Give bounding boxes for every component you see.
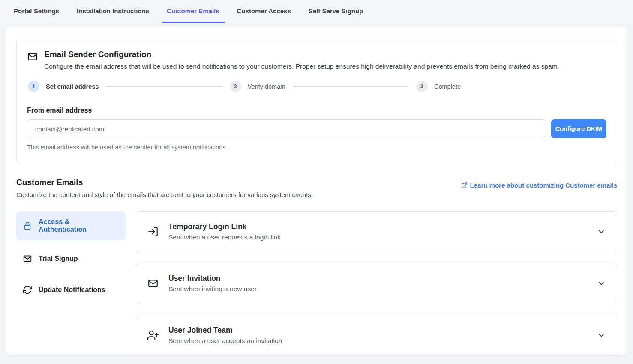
email-card-subtitle: Sent when a user requests a login link	[168, 233, 281, 241]
customer-emails-description: Customize the content and style of the e…	[16, 191, 617, 198]
chevron-down-icon[interactable]	[597, 279, 606, 288]
sidebar-item-label: Update Notifications	[39, 286, 105, 294]
step-label: Complete	[434, 83, 461, 90]
settings-tab-bar: Portal Settings Installation Instruction…	[0, 0, 633, 23]
stepper-connector	[106, 86, 222, 87]
mail-icon	[27, 51, 38, 62]
user-plus-icon	[147, 330, 159, 341]
sidebar-item-access-authentication[interactable]: Access & Authentication	[16, 211, 126, 240]
tab-customer-emails[interactable]: Customer Emails	[162, 0, 225, 23]
sidebar-item-trial-signup[interactable]: Trial Signup	[16, 248, 126, 270]
stepper-connector	[293, 86, 408, 87]
tab-self-serve-signup[interactable]: Self Serve Signup	[303, 0, 369, 23]
email-card-title: Temporary Login Link	[168, 222, 281, 231]
learn-more-link[interactable]: Learn more about customizing Customer em…	[461, 182, 617, 189]
mail-icon	[23, 254, 32, 263]
email-card-user-invitation[interactable]: User Invitation Sent when inviting a new…	[136, 263, 617, 304]
tab-installation-instructions[interactable]: Installation Instructions	[72, 0, 154, 23]
email-setup-stepper: 1 Set email address 2 Verify domain 3 Co…	[28, 81, 461, 92]
email-card-user-joined-team[interactable]: User Joined Team Sent when a user accept…	[136, 315, 617, 356]
tab-portal-settings[interactable]: Portal Settings	[9, 0, 64, 23]
email-template-list: Temporary Login Link Sent when a user re…	[136, 211, 617, 356]
step-set-email-address: 1 Set email address	[28, 81, 99, 92]
refresh-icon	[23, 285, 32, 295]
lock-icon	[23, 221, 32, 230]
email-card-subtitle: Sent when inviting a new user	[168, 285, 257, 293]
customer-emails-heading: Customer Emails	[16, 178, 83, 187]
from-email-input[interactable]	[27, 119, 546, 138]
learn-more-label: Learn more about customizing Customer em…	[470, 182, 617, 189]
chevron-down-icon[interactable]	[597, 227, 606, 236]
step-number-badge: 3	[416, 81, 428, 92]
step-label: Verify domain	[248, 83, 285, 90]
step-number-badge: 2	[230, 81, 241, 92]
sidebar-item-update-notifications[interactable]: Update Notifications	[16, 279, 126, 301]
chevron-down-icon[interactable]	[597, 331, 606, 340]
step-verify-domain: 2 Verify domain	[230, 81, 285, 92]
customer-emails-panel: Email Sender Configuration Configure the…	[6, 27, 627, 355]
email-sender-configuration-card: Email Sender Configuration Configure the…	[16, 39, 617, 164]
sender-card-description: Configure the email address that will be…	[44, 63, 606, 70]
sender-card-title: Email Sender Configuration	[44, 50, 606, 59]
step-label: Set email address	[46, 83, 99, 90]
sidebar-item-label: Access & Authentication	[39, 218, 119, 233]
from-email-label: From email address	[27, 107, 606, 114]
email-card-subtitle: Sent when a user accepts an invitation	[168, 337, 282, 345]
email-card-temporary-login-link[interactable]: Temporary Login Link Sent when a user re…	[136, 211, 617, 252]
email-card-title: User Joined Team	[168, 326, 282, 335]
external-link-icon	[461, 182, 468, 188]
email-card-title: User Invitation	[168, 274, 257, 283]
login-icon	[147, 226, 159, 237]
mail-icon	[147, 278, 159, 289]
email-category-sidebar: Access & Authentication Trial Signup Upd…	[16, 211, 126, 310]
step-complete: 3 Complete	[416, 81, 461, 92]
configure-dkim-button[interactable]: Configure DKIM	[551, 119, 606, 138]
step-number-badge: 1	[28, 81, 39, 92]
sidebar-item-label: Trial Signup	[39, 255, 78, 263]
from-email-helper-text: This email address will be used as the s…	[27, 144, 606, 151]
tab-customer-access[interactable]: Customer Access	[232, 0, 296, 23]
